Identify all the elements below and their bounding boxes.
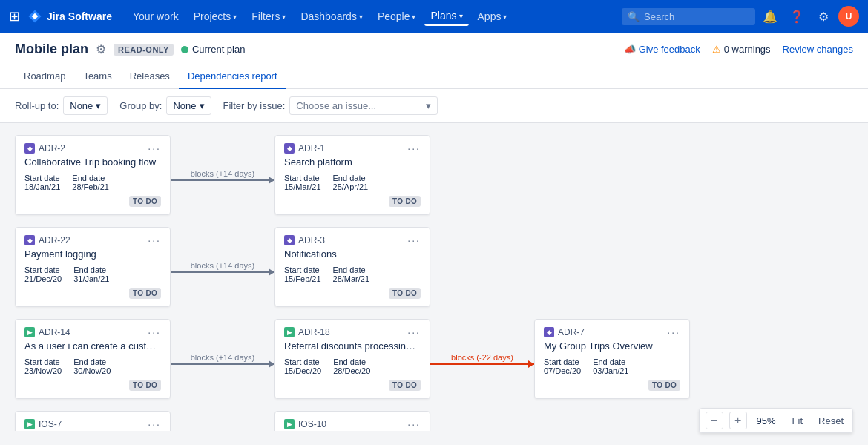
end-date: End date 30/Nov/20 (73, 357, 111, 375)
tab-roadmap[interactable]: Roadmap (15, 65, 74, 89)
subheader: Mobile plan ⚙ READ-ONLY Current plan 📣 G… (0, 33, 868, 89)
main-content: ◆ ADR-2 ··· Collaborative Trip booking f… (0, 123, 868, 431)
end-date: End date 31/Jan/21 (73, 266, 109, 283)
more-options-btn[interactable]: ··· (407, 235, 421, 245)
filterby-filter: Filter by issue: Choose an issue... ▾ (223, 96, 438, 115)
card-adr1: ◆ ADR-1 ··· Search platform Start date 1… (274, 135, 430, 215)
more-options-btn[interactable]: ··· (148, 143, 161, 154)
more-options-btn[interactable]: ··· (407, 327, 421, 337)
card-icon-ios10: ▶ (284, 419, 295, 429)
tab-teams[interactable]: Teams (74, 65, 120, 89)
card-icon-adr22: ◆ (24, 235, 35, 245)
connector-2: blocks (+14 days) (171, 261, 274, 273)
card-icon-adr7: ◆ (544, 327, 554, 337)
card-adr2: ◆ ADR-2 ··· Collaborative Trip booking f… (15, 135, 171, 215)
groupby-select[interactable]: None ▾ (166, 96, 211, 115)
settings-gear-icon[interactable]: ⚙ (96, 42, 106, 56)
zoom-in-button[interactable]: + (729, 412, 747, 429)
card-icon-adr14: ▶ (24, 327, 35, 337)
connector-3a: blocks (+14 days) (171, 353, 274, 365)
chevron-down-icon: ▾ (200, 100, 205, 111)
search-box[interactable]: 🔍 (622, 8, 755, 25)
nav-your-work[interactable]: Your work (127, 7, 185, 25)
help-icon[interactable]: ❓ (785, 4, 809, 28)
grid-icon[interactable]: ⊞ (9, 8, 20, 24)
connector-label: blocks (+14 days) (191, 261, 255, 270)
chevron-down-icon: ▾ (359, 13, 363, 21)
issue-select[interactable]: Choose an issue... ▾ (289, 96, 438, 115)
topnav: ⊞ Jira Software Your work Projects ▾ Fil… (0, 0, 868, 33)
chevron-down-icon: ▾ (503, 13, 507, 21)
more-options-btn[interactable]: ··· (667, 327, 680, 337)
megaphone-icon: 📣 (624, 44, 636, 55)
settings-icon[interactable]: ⚙ (812, 4, 835, 28)
tab-releases[interactable]: Releases (121, 65, 179, 89)
rollup-filter: Roll-up to: None ▾ (15, 96, 108, 115)
groupby-filter: Group by: None ▾ (119, 96, 211, 115)
warnings-button[interactable]: ⚠ 0 warnings (712, 44, 771, 55)
card-adr18: ▶ ADR-18 ··· Referral discounts processi… (274, 319, 430, 399)
dep-row-2: ◆ ADR-22 ··· Payment logging Start date … (15, 227, 853, 307)
dep-row-1: ◆ ADR-2 ··· Collaborative Trip booking f… (15, 135, 853, 215)
tab-dependencies-report[interactable]: Dependencies report (179, 65, 286, 89)
zoom-level: 95% (753, 415, 780, 426)
chevron-down-icon: ▾ (96, 100, 101, 111)
chevron-down-icon: ▾ (459, 12, 463, 20)
card-icon-ios7: ▶ (24, 419, 35, 429)
start-date: Start date 07/Dec/20 (544, 357, 581, 375)
notifications-icon[interactable]: 🔔 (758, 4, 782, 28)
green-dot-icon (181, 46, 188, 53)
chevron-down-icon: ▾ (282, 13, 286, 21)
nav-plans[interactable]: Plans ▾ (424, 7, 468, 26)
arrow-line (171, 271, 274, 273)
end-date: End date 28/Feb/21 (72, 174, 109, 191)
connector-3b: blocks (-22 days) (430, 353, 534, 365)
dep-row-3: ▶ ADR-14 ··· As a user i can create a cu… (15, 319, 853, 399)
logo-text: Jira Software (47, 10, 112, 22)
start-date: Start date 18/Jan/21 (24, 174, 60, 191)
nav-filters[interactable]: Filters ▾ (246, 7, 292, 25)
search-input[interactable] (644, 11, 748, 22)
more-options-btn[interactable]: ··· (407, 143, 421, 154)
card-adr3: ◆ ADR-3 ··· Notifications Start date 15/… (274, 227, 430, 307)
logo[interactable]: Jira Software (27, 9, 112, 24)
page-title: Mobile plan (15, 42, 88, 57)
card-icon-adr3: ◆ (284, 235, 295, 245)
avatar[interactable]: U (838, 6, 859, 27)
connector-label-red: blocks (-22 days) (451, 353, 513, 362)
card-icon-adr2: ◆ (24, 143, 35, 154)
status-badge: TO DO (389, 288, 421, 299)
give-feedback-button[interactable]: 📣 Give feedback (624, 44, 700, 55)
start-date: Start date 15/Mar/21 (284, 174, 321, 191)
rollup-select[interactable]: None ▾ (63, 96, 108, 115)
nav-people[interactable]: People ▾ (372, 7, 422, 25)
zoom-out-button[interactable]: − (706, 412, 723, 429)
start-date: Start date 15/Dec/20 (284, 357, 321, 375)
nav-projects[interactable]: Projects ▾ (188, 7, 243, 25)
status-badge: TO DO (129, 380, 161, 391)
jira-logo-icon (27, 9, 42, 24)
card-adr14: ▶ ADR-14 ··· As a user i can create a cu… (15, 319, 171, 399)
more-options-btn[interactable]: ··· (148, 327, 161, 337)
nav-apps[interactable]: Apps ▾ (472, 7, 513, 25)
arrow-line-red (430, 363, 534, 365)
card-ios7: ▶ IOS-7 ··· As a user i can log into the… (15, 411, 171, 431)
zoom-fit-button[interactable]: Fit (786, 415, 806, 426)
chevron-down-icon: ▾ (426, 100, 431, 111)
zoom-controls: − + 95% Fit Reset (699, 408, 853, 431)
more-options-btn[interactable]: ··· (148, 235, 161, 245)
more-options-btn[interactable]: ··· (407, 419, 421, 429)
end-date: End date 25/Apr/21 (333, 174, 369, 191)
zoom-reset-button[interactable]: Reset (812, 415, 846, 426)
more-options-btn[interactable]: ··· (148, 419, 161, 429)
current-plan: Current plan (181, 44, 246, 55)
chevron-down-icon: ▾ (233, 13, 237, 21)
card-title: My Group Trips Overview (544, 340, 680, 352)
card-icon-adr18: ▶ (284, 327, 295, 337)
review-changes-button[interactable]: Review changes (783, 44, 853, 55)
nav-dashboards[interactable]: Dashboards ▾ (295, 7, 369, 25)
start-date: Start date 21/Dec/20 (24, 266, 62, 283)
card-title: Referral discounts processing - backend (284, 340, 421, 352)
chevron-down-icon: ▾ (412, 13, 415, 21)
end-date: End date 03/Jan/21 (593, 357, 628, 375)
